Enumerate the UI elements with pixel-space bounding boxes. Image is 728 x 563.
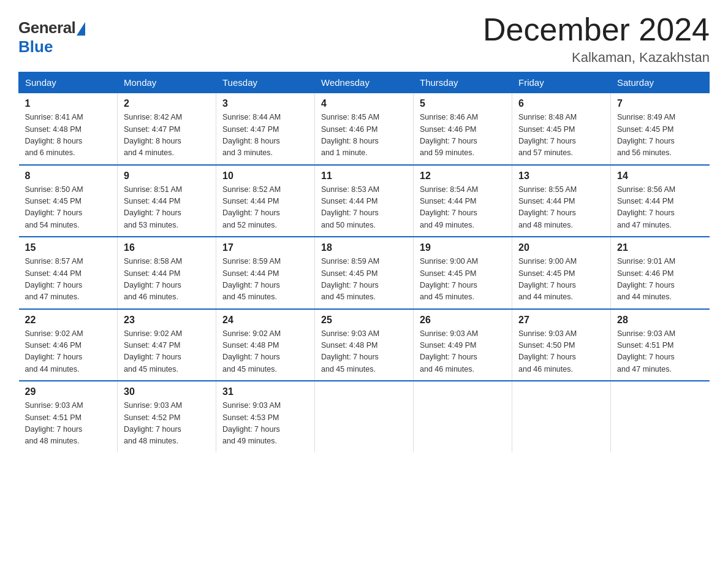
day-number: 26	[420, 315, 506, 326]
calendar-cell: 20Sunrise: 9:00 AM Sunset: 4:45 PM Dayli…	[512, 237, 611, 309]
calendar-week-row: 29Sunrise: 9:03 AM Sunset: 4:51 PM Dayli…	[19, 381, 710, 453]
header-sunday: Sunday	[19, 72, 118, 93]
day-number: 14	[617, 170, 703, 182]
day-info: Sunrise: 8:53 AM Sunset: 4:44 PM Dayligh…	[321, 184, 407, 232]
calendar-cell: 21Sunrise: 9:01 AM Sunset: 4:46 PM Dayli…	[611, 237, 710, 309]
day-number: 7	[617, 98, 703, 109]
day-info: Sunrise: 8:46 AM Sunset: 4:46 PM Dayligh…	[420, 112, 506, 159]
logo-general-text: General	[18, 18, 75, 37]
day-info: Sunrise: 9:03 AM Sunset: 4:52 PM Dayligh…	[124, 400, 210, 448]
day-info: Sunrise: 8:41 AM Sunset: 4:48 PM Dayligh…	[25, 112, 112, 159]
calendar-cell: 4Sunrise: 8:45 AM Sunset: 4:46 PM Daylig…	[315, 93, 414, 165]
day-number: 10	[222, 170, 308, 182]
calendar-cell: 7Sunrise: 8:49 AM Sunset: 4:45 PM Daylig…	[611, 93, 710, 165]
day-number: 28	[617, 315, 703, 326]
calendar-cell	[611, 381, 710, 453]
day-number: 8	[25, 170, 112, 182]
calendar-cell	[414, 381, 512, 453]
calendar-cell: 24Sunrise: 9:02 AM Sunset: 4:48 PM Dayli…	[216, 309, 315, 381]
day-info: Sunrise: 9:03 AM Sunset: 4:50 PM Dayligh…	[518, 328, 604, 376]
day-info: Sunrise: 8:59 AM Sunset: 4:45 PM Dayligh…	[321, 256, 407, 304]
day-number: 13	[518, 170, 604, 182]
day-number: 29	[25, 386, 112, 397]
calendar-cell: 13Sunrise: 8:55 AM Sunset: 4:44 PM Dayli…	[512, 165, 611, 237]
day-number: 5	[420, 98, 506, 109]
calendar-cell: 25Sunrise: 9:03 AM Sunset: 4:48 PM Dayli…	[315, 309, 414, 381]
day-number: 9	[124, 170, 210, 182]
day-info: Sunrise: 8:52 AM Sunset: 4:44 PM Dayligh…	[222, 184, 308, 232]
calendar-cell: 18Sunrise: 8:59 AM Sunset: 4:45 PM Dayli…	[315, 237, 414, 309]
day-info: Sunrise: 8:51 AM Sunset: 4:44 PM Dayligh…	[124, 184, 210, 232]
day-number: 11	[321, 170, 407, 182]
header-friday: Friday	[512, 72, 611, 93]
calendar-header-row: SundayMondayTuesdayWednesdayThursdayFrid…	[19, 72, 710, 93]
calendar-cell: 31Sunrise: 9:03 AM Sunset: 4:53 PM Dayli…	[216, 381, 315, 453]
calendar-cell	[512, 381, 611, 453]
calendar-cell	[315, 381, 414, 453]
calendar-week-row: 8Sunrise: 8:50 AM Sunset: 4:45 PM Daylig…	[19, 165, 710, 237]
day-info: Sunrise: 9:03 AM Sunset: 4:51 PM Dayligh…	[25, 400, 112, 448]
day-number: 16	[124, 242, 210, 253]
logo-triangle-icon	[77, 22, 85, 36]
calendar-cell: 9Sunrise: 8:51 AM Sunset: 4:44 PM Daylig…	[118, 165, 216, 237]
day-number: 23	[124, 315, 210, 326]
day-number: 25	[321, 315, 407, 326]
day-number: 3	[222, 98, 308, 109]
header-thursday: Thursday	[414, 72, 512, 93]
day-info: Sunrise: 8:54 AM Sunset: 4:44 PM Dayligh…	[420, 184, 506, 232]
day-info: Sunrise: 9:02 AM Sunset: 4:48 PM Dayligh…	[222, 328, 308, 376]
calendar-week-row: 15Sunrise: 8:57 AM Sunset: 4:44 PM Dayli…	[19, 237, 710, 309]
calendar-cell: 1Sunrise: 8:41 AM Sunset: 4:48 PM Daylig…	[19, 93, 118, 165]
page-header: General Blue December 2024 Kalkaman, Kaz…	[18, 12, 710, 66]
day-info: Sunrise: 9:01 AM Sunset: 4:46 PM Dayligh…	[617, 256, 703, 304]
calendar-cell: 12Sunrise: 8:54 AM Sunset: 4:44 PM Dayli…	[414, 165, 512, 237]
calendar-cell: 22Sunrise: 9:02 AM Sunset: 4:46 PM Dayli…	[19, 309, 118, 381]
day-number: 15	[25, 242, 112, 253]
day-info: Sunrise: 9:02 AM Sunset: 4:47 PM Dayligh…	[124, 328, 210, 376]
calendar-cell: 28Sunrise: 9:03 AM Sunset: 4:51 PM Dayli…	[611, 309, 710, 381]
day-number: 24	[222, 315, 308, 326]
day-info: Sunrise: 9:00 AM Sunset: 4:45 PM Dayligh…	[420, 256, 506, 304]
day-number: 30	[124, 386, 210, 397]
calendar-cell: 17Sunrise: 8:59 AM Sunset: 4:44 PM Dayli…	[216, 237, 315, 309]
day-info: Sunrise: 8:44 AM Sunset: 4:47 PM Dayligh…	[222, 112, 308, 159]
day-number: 6	[518, 98, 604, 109]
day-info: Sunrise: 8:57 AM Sunset: 4:44 PM Dayligh…	[25, 256, 112, 304]
day-number: 27	[518, 315, 604, 326]
day-info: Sunrise: 8:45 AM Sunset: 4:46 PM Dayligh…	[321, 112, 407, 159]
calendar-table: SundayMondayTuesdayWednesdayThursdayFrid…	[18, 72, 710, 453]
calendar-cell: 15Sunrise: 8:57 AM Sunset: 4:44 PM Dayli…	[19, 237, 118, 309]
title-section: December 2024 Kalkaman, Kazakhstan	[483, 12, 710, 66]
calendar-cell: 6Sunrise: 8:48 AM Sunset: 4:45 PM Daylig…	[512, 93, 611, 165]
calendar-cell: 10Sunrise: 8:52 AM Sunset: 4:44 PM Dayli…	[216, 165, 315, 237]
day-number: 18	[321, 242, 407, 253]
day-info: Sunrise: 9:02 AM Sunset: 4:46 PM Dayligh…	[25, 328, 112, 376]
day-number: 2	[124, 98, 210, 109]
day-info: Sunrise: 8:58 AM Sunset: 4:44 PM Dayligh…	[124, 256, 210, 304]
header-wednesday: Wednesday	[315, 72, 414, 93]
calendar-cell: 26Sunrise: 9:03 AM Sunset: 4:49 PM Dayli…	[414, 309, 512, 381]
calendar-week-row: 22Sunrise: 9:02 AM Sunset: 4:46 PM Dayli…	[19, 309, 710, 381]
calendar-cell: 3Sunrise: 8:44 AM Sunset: 4:47 PM Daylig…	[216, 93, 315, 165]
calendar-cell: 11Sunrise: 8:53 AM Sunset: 4:44 PM Dayli…	[315, 165, 414, 237]
day-info: Sunrise: 9:03 AM Sunset: 4:48 PM Dayligh…	[321, 328, 407, 376]
calendar-cell: 5Sunrise: 8:46 AM Sunset: 4:46 PM Daylig…	[414, 93, 512, 165]
calendar-cell: 23Sunrise: 9:02 AM Sunset: 4:47 PM Dayli…	[118, 309, 216, 381]
day-info: Sunrise: 9:00 AM Sunset: 4:45 PM Dayligh…	[518, 256, 604, 304]
location-text: Kalkaman, Kazakhstan	[483, 50, 710, 66]
day-info: Sunrise: 8:42 AM Sunset: 4:47 PM Dayligh…	[124, 112, 210, 159]
calendar-cell: 8Sunrise: 8:50 AM Sunset: 4:45 PM Daylig…	[19, 165, 118, 237]
day-number: 21	[617, 242, 703, 253]
day-info: Sunrise: 9:03 AM Sunset: 4:53 PM Dayligh…	[222, 400, 308, 448]
day-info: Sunrise: 8:56 AM Sunset: 4:44 PM Dayligh…	[617, 184, 703, 232]
day-number: 31	[222, 386, 308, 397]
calendar-cell: 29Sunrise: 9:03 AM Sunset: 4:51 PM Dayli…	[19, 381, 118, 453]
day-number: 17	[222, 242, 308, 253]
header-saturday: Saturday	[611, 72, 710, 93]
day-number: 12	[420, 170, 506, 182]
day-number: 20	[518, 242, 604, 253]
day-number: 19	[420, 242, 506, 253]
day-info: Sunrise: 9:03 AM Sunset: 4:51 PM Dayligh…	[617, 328, 703, 376]
day-info: Sunrise: 8:59 AM Sunset: 4:44 PM Dayligh…	[222, 256, 308, 304]
calendar-cell: 19Sunrise: 9:00 AM Sunset: 4:45 PM Dayli…	[414, 237, 512, 309]
